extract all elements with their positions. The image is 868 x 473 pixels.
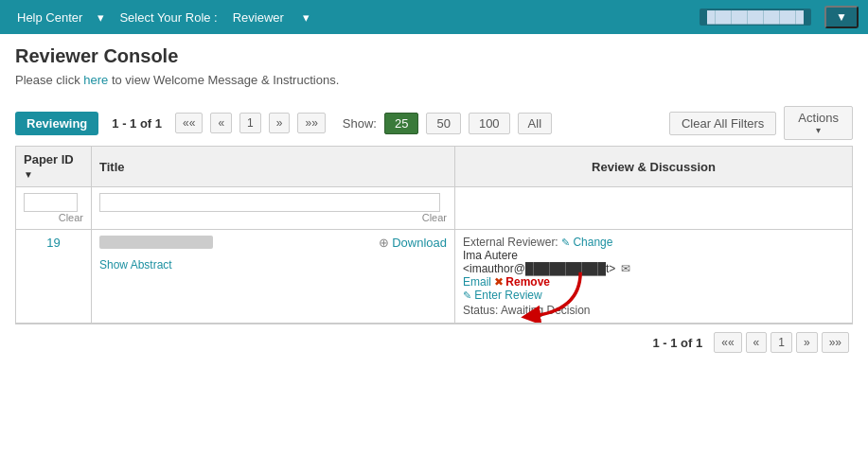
edit-icon-review: ✎ xyxy=(463,289,471,301)
table-row: 19 ⊕Download Show Abstract xyxy=(16,230,853,324)
show-abstract-link[interactable]: Show Abstract xyxy=(99,258,172,272)
bottom-next-page-button[interactable]: » xyxy=(796,332,818,353)
clear-filters-button[interactable]: Clear All Filters xyxy=(669,112,776,135)
remove-reviewer-link[interactable]: Remove xyxy=(505,275,550,289)
filter-review xyxy=(455,187,853,230)
enter-review-link[interactable]: Enter Review xyxy=(474,289,541,302)
title-blurred xyxy=(99,236,213,249)
show-all-button[interactable]: All xyxy=(518,113,552,134)
title-filter-input[interactable] xyxy=(99,193,440,212)
actions-button[interactable]: Actions ▾ xyxy=(784,106,853,140)
page-content: Reviewer Console Please click here to vi… xyxy=(0,34,868,372)
title-cell: ⊕Download Show Abstract xyxy=(92,230,455,324)
email-reviewer-link[interactable]: Email xyxy=(463,275,491,289)
prev-page-button[interactable]: « xyxy=(210,113,232,133)
email-address-blurred: <imauthor@██████████t> xyxy=(463,262,615,275)
col-header-title: Title xyxy=(92,147,455,187)
welcome-text-before: Please click xyxy=(15,73,83,87)
help-center-link[interactable]: Help Center xyxy=(17,10,82,25)
filter-paper-id: Clear xyxy=(16,187,92,230)
col-header-review: Review & Discussion xyxy=(455,147,853,187)
external-reviewer-label: External Reviewer: xyxy=(463,236,558,249)
status-row: Status: Awaiting Decision xyxy=(463,304,844,317)
welcome-message: Please click here to view Welcome Messag… xyxy=(15,73,853,87)
welcome-here-link[interactable]: here xyxy=(83,73,108,87)
bottom-current-page-button[interactable]: 1 xyxy=(771,332,792,353)
show-label: Show: xyxy=(343,116,377,131)
last-page-button[interactable]: »» xyxy=(297,113,325,133)
bottom-first-page-button[interactable]: «« xyxy=(714,332,741,353)
email-icon: ✉ xyxy=(621,262,630,275)
next-page-button[interactable]: » xyxy=(269,113,291,133)
bottom-toolbar: 1 - 1 of 1 «« « 1 » »» xyxy=(15,324,853,360)
edit-icon: ✎ xyxy=(561,236,570,248)
user-menu-button[interactable]: ▼ xyxy=(824,6,859,28)
review-cell: External Reviewer: ✎ Change Ima Autere <… xyxy=(455,230,853,324)
first-page-button[interactable]: «« xyxy=(175,113,203,133)
papers-table: Paper ID ▼ Title Review & Discussion Cle… xyxy=(15,146,853,324)
page-title: Reviewer Console xyxy=(15,45,853,67)
bottom-prev-page-button[interactable]: « xyxy=(746,332,768,353)
paper-id-filter-clear[interactable]: Clear xyxy=(24,212,83,223)
title-filter-clear[interactable]: Clear xyxy=(99,212,447,223)
pagination-info: 1 - 1 of 1 xyxy=(112,116,162,131)
x-icon: ✖ xyxy=(494,275,504,289)
top-navigation: Help Center ▾ Select Your Role : Reviewe… xyxy=(0,0,868,34)
col-header-paper-id: Paper ID ▼ xyxy=(16,147,92,187)
role-selector[interactable]: Reviewer ▾ xyxy=(225,10,317,25)
reviewing-badge: Reviewing xyxy=(15,112,98,135)
action-links-row: Email ✖Remove xyxy=(463,275,550,289)
sort-icon: ▼ xyxy=(24,169,33,180)
actions-caret-icon: ▾ xyxy=(816,125,821,135)
bottom-last-page-button[interactable]: »» xyxy=(822,332,849,353)
nav-separator: ▾ xyxy=(97,10,104,25)
show-100-button[interactable]: 100 xyxy=(469,113,510,134)
paper-id-cell: 19 xyxy=(16,230,92,324)
download-link[interactable]: ⊕Download xyxy=(379,236,447,250)
download-icon: ⊕ xyxy=(379,236,389,250)
filter-title: Clear xyxy=(92,187,455,230)
select-role-label: Select Your Role : xyxy=(119,10,217,25)
bottom-pagination-info: 1 - 1 of 1 xyxy=(652,336,702,350)
user-name-blurred: ████████████ xyxy=(700,9,811,26)
show-25-button[interactable]: 25 xyxy=(384,113,418,134)
paper-id-filter-input[interactable] xyxy=(24,193,78,212)
change-reviewer-link[interactable]: Change xyxy=(573,236,612,249)
email-row: <imauthor@██████████t> ✉ xyxy=(463,262,844,275)
paper-id-link[interactable]: 19 xyxy=(46,236,60,250)
toolbar: Reviewing 1 - 1 of 1 «« « 1 » »» Show: 2… xyxy=(15,100,853,146)
show-50-button[interactable]: 50 xyxy=(426,113,460,134)
reviewer-name: Ima Autere xyxy=(463,249,844,262)
current-page-button[interactable]: 1 xyxy=(239,113,261,133)
welcome-text-after: to view Welcome Message & Instructions. xyxy=(108,73,339,87)
